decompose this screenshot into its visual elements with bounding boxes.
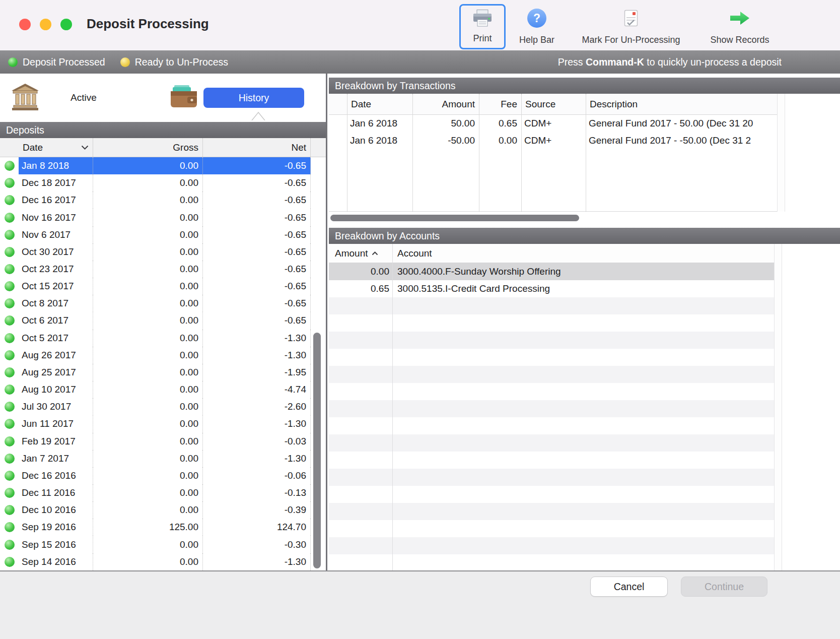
deposit-row[interactable]: Oct 23 2017 0.00 -0.65	[0, 261, 326, 278]
close-window-button[interactable]	[19, 19, 31, 30]
bank-icon	[10, 83, 40, 113]
deposit-row[interactable]: Feb 19 2017 0.00 -0.03	[0, 433, 326, 450]
account-amount-column-header[interactable]: Amount	[329, 244, 392, 263]
print-button[interactable]: Print	[459, 4, 506, 49]
deposit-date: Nov 6 2017	[19, 226, 93, 243]
deposit-gross: 0.00	[93, 536, 203, 553]
status-column-header	[0, 138, 19, 157]
deposit-row[interactable]: Dec 16 2016 0.00 -0.06	[0, 467, 326, 484]
deposit-net: -0.65	[203, 174, 311, 191]
help-bar-label: Help Bar	[519, 35, 554, 45]
deposit-net: -0.30	[203, 536, 311, 553]
account-row[interactable]: 0.65 3000.5135.I-Credit Card Processing	[329, 280, 774, 297]
processed-dot-icon	[5, 557, 15, 567]
sort-descending-icon	[81, 145, 89, 150]
deposit-row[interactable]: Oct 6 2017 0.00 -0.65	[0, 312, 326, 329]
deposit-net: -1.30	[203, 347, 311, 364]
account-row[interactable]: 0.00 3000.4000.F-Sunday Worship Offering	[329, 263, 774, 280]
show-records-button[interactable]: Show Records	[702, 4, 778, 49]
wallet-icon	[169, 84, 198, 111]
deposit-gross: 0.00	[93, 157, 203, 174]
deposit-row[interactable]: Dec 18 2017 0.00 -0.65	[0, 174, 326, 191]
continue-button[interactable]: Continue	[681, 577, 767, 597]
printer-icon	[472, 6, 493, 31]
shortcut-hint: Press Command-K to quickly un-process a …	[558, 56, 782, 68]
deposit-row[interactable]: Jul 30 2017 0.00 -2.60	[0, 398, 326, 415]
deposit-gross: 0.00	[93, 261, 203, 278]
processed-dot-icon	[5, 195, 15, 205]
transactions-vertical-scrollbar-track[interactable]	[777, 94, 785, 212]
deposit-view-tabs: Active History	[0, 74, 326, 122]
deposit-row[interactable]: Dec 16 2017 0.00 -0.65	[0, 191, 326, 209]
deposit-row[interactable]: Sep 15 2016 0.00 -0.30	[0, 536, 326, 553]
gross-column-header[interactable]: Gross	[93, 138, 203, 157]
processed-dot-icon	[5, 213, 15, 223]
tx-fee-column-header[interactable]: Fee	[479, 94, 521, 114]
accounts-section-header: Breakdown by Accounts	[329, 228, 840, 244]
deposits-panel: Active History	[0, 74, 327, 570]
deposit-net: -0.65	[203, 243, 311, 261]
deposit-row[interactable]: Nov 16 2017 0.00 -0.65	[0, 209, 326, 226]
deposit-row[interactable]: Sep 19 2016 125.00 124.70	[0, 519, 326, 536]
mark-for-unprocessing-button[interactable]: Mark For Un-Processing	[568, 4, 694, 49]
deposit-row[interactable]: Oct 15 2017 0.00 -0.65	[0, 278, 326, 295]
processed-dot-icon	[5, 264, 15, 274]
deposit-gross: 0.00	[93, 553, 203, 570]
deposit-row[interactable]: Aug 25 2017 0.00 -1.95	[0, 364, 326, 381]
deposit-status-cell	[0, 347, 19, 364]
tx-description-column-header[interactable]: Description	[586, 94, 785, 114]
deposit-gross: 0.00	[93, 398, 203, 415]
deposit-net: -0.65	[203, 209, 311, 226]
deposit-date: Dec 16 2016	[19, 467, 93, 484]
deposit-status-cell	[0, 381, 19, 398]
net-column-header[interactable]: Net	[203, 138, 311, 157]
deposit-net: -0.65	[203, 295, 311, 312]
minimize-window-button[interactable]	[40, 19, 51, 30]
cancel-button[interactable]: Cancel	[590, 577, 668, 597]
transaction-row[interactable]: Jan 6 2018 -50.00 0.00 CDM+ General Fund…	[329, 132, 777, 149]
deposit-row[interactable]: Aug 10 2017 0.00 -4.74	[0, 381, 326, 398]
zoom-window-button[interactable]	[60, 19, 72, 30]
deposit-row[interactable]: Jan 8 2018 0.00 -0.65	[0, 157, 326, 174]
deposit-date: Dec 10 2016	[19, 501, 93, 519]
tx-gutter-header	[329, 94, 347, 114]
deposit-date: Nov 16 2017	[19, 209, 93, 226]
deposit-status-cell	[0, 364, 19, 381]
transactions-horizontal-scrollbar-thumb[interactable]	[330, 215, 579, 221]
deposit-status-cell	[0, 536, 19, 553]
date-column-header[interactable]: Date	[19, 138, 93, 157]
processed-dot-icon	[5, 350, 15, 360]
processed-dot-icon	[5, 281, 15, 291]
deposit-row[interactable]: Jun 11 2017 0.00 -1.30	[0, 415, 326, 432]
deposit-gross: 0.00	[93, 415, 203, 432]
deposit-row[interactable]: Nov 6 2017 0.00 -0.65	[0, 226, 326, 243]
deposits-scrollbar-thumb[interactable]	[313, 333, 321, 568]
deposit-status-cell	[0, 450, 19, 467]
deposit-net: -0.39	[203, 501, 311, 519]
deposit-row[interactable]: Aug 26 2017 0.00 -1.30	[0, 347, 326, 364]
deposit-row[interactable]: Oct 5 2017 0.00 -1.30	[0, 330, 326, 347]
history-tab-button[interactable]: History	[203, 88, 304, 108]
tab-history[interactable]: History	[169, 74, 315, 122]
tx-source-column-header[interactable]: Source	[521, 94, 586, 114]
tx-amount-column-header[interactable]: Amount	[412, 94, 479, 114]
deposit-net: -0.06	[203, 467, 311, 484]
processed-dot-icon	[5, 315, 15, 326]
deposit-row[interactable]: Jan 7 2017 0.00 -1.30	[0, 450, 326, 467]
processed-dot-icon	[5, 161, 15, 171]
deposit-net: -1.30	[203, 450, 311, 467]
deposit-net: -0.65	[203, 312, 311, 329]
shortcut-key: Command-K	[586, 56, 644, 68]
account-name-column-header[interactable]: Account	[392, 244, 782, 263]
tab-active[interactable]: Active	[10, 74, 161, 122]
deposit-row[interactable]: Oct 30 2017 0.00 -0.65	[0, 243, 326, 261]
tx-date-column-header[interactable]: Date	[347, 94, 412, 114]
deposit-row[interactable]: Oct 8 2017 0.00 -0.65	[0, 295, 326, 312]
deposit-row[interactable]: Sep 14 2016 0.00 -1.30	[0, 553, 326, 570]
help-bar-button[interactable]: ? Help Bar	[513, 4, 561, 49]
deposit-row[interactable]: Dec 11 2016 0.00 -0.13	[0, 484, 326, 501]
deposit-row[interactable]: Dec 10 2016 0.00 -0.39	[0, 501, 326, 519]
accounts-vertical-scrollbar-track[interactable]	[774, 244, 782, 570]
deposit-gross: 0.00	[93, 174, 203, 191]
transaction-row[interactable]: Jan 6 2018 50.00 0.65 CDM+ General Fund …	[329, 115, 777, 132]
